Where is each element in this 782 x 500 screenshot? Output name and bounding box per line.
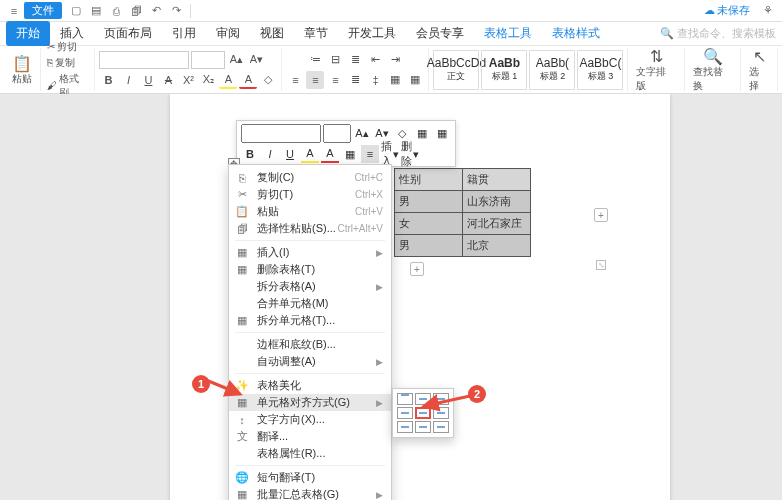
align-right-button[interactable]: ≡ — [326, 71, 344, 89]
text-layout-button[interactable]: ⇅文字排版 — [632, 45, 679, 95]
align-center-button[interactable]: ≡ — [306, 71, 324, 89]
align-top-center[interactable] — [415, 393, 431, 405]
tab-references[interactable]: 引用 — [162, 21, 206, 46]
align-middle-left[interactable] — [397, 407, 413, 419]
mini-font-color[interactable]: A — [321, 145, 339, 163]
subscript-button[interactable]: X₂ — [199, 71, 217, 89]
decrease-font-icon[interactable]: A▾ — [247, 51, 265, 69]
borders-button[interactable]: ▦ — [406, 71, 424, 89]
paste-button[interactable]: 📋粘贴 — [8, 52, 36, 88]
align-top-right[interactable] — [433, 393, 449, 405]
tab-tabletools[interactable]: 表格工具 — [474, 21, 542, 46]
strike-button[interactable]: A — [159, 71, 177, 89]
tab-tablestyle[interactable]: 表格样式 — [542, 21, 610, 46]
tab-section[interactable]: 章节 — [294, 21, 338, 46]
mini-italic[interactable]: I — [261, 145, 279, 163]
style-h1[interactable]: AaBb标题 1 — [481, 50, 527, 90]
tab-view[interactable]: 视图 — [250, 21, 294, 46]
ctx-insert[interactable]: ▦插入(I)▶ — [229, 244, 391, 261]
underline-button[interactable]: U — [139, 71, 157, 89]
ctx-delete-table[interactable]: ▦删除表格(T) — [229, 261, 391, 278]
superscript-button[interactable]: X² — [179, 71, 197, 89]
unsaved-indicator[interactable]: ☁未保存 — [704, 3, 750, 18]
ctx-copy[interactable]: ⎘复制(C)Ctrl+C — [229, 169, 391, 186]
align-justify-button[interactable]: ≣ — [346, 71, 364, 89]
mini-merge-icon[interactable]: ▦ — [433, 125, 451, 143]
style-h3[interactable]: AaBbC(标题 3 — [577, 50, 623, 90]
data-table[interactable]: 性别 籍贯 男山东济南 女河北石家庄 男北京 — [394, 168, 531, 257]
undo-icon[interactable]: ↶ — [149, 4, 163, 18]
ctx-split-table[interactable]: 拆分表格(A)▶ — [229, 278, 391, 295]
search-hint[interactable]: 🔍 查找命令、搜索模板 — [660, 26, 776, 41]
tab-devtools[interactable]: 开发工具 — [338, 21, 406, 46]
table-row[interactable]: 男山东济南 — [395, 191, 531, 213]
select-button[interactable]: ↖选择 — [745, 45, 773, 95]
mini-underline[interactable]: U — [281, 145, 299, 163]
ctx-translate[interactable]: 文翻译... — [229, 428, 391, 445]
table-row[interactable]: 男北京 — [395, 235, 531, 257]
table-resize-handle[interactable]: ⤡ — [596, 260, 606, 270]
ctx-cut[interactable]: ✂剪切(T)Ctrl+X — [229, 186, 391, 203]
ctx-batch-summary[interactable]: ▦批量汇总表格(G)▶ — [229, 486, 391, 500]
mini-delete-btn[interactable]: 删除▾ — [401, 145, 419, 163]
ctx-split-cells[interactable]: ▦拆分单元格(T)... — [229, 312, 391, 329]
ctx-beautify[interactable]: ✨表格美化 — [229, 377, 391, 394]
multilevel-button[interactable]: ≣ — [346, 51, 364, 69]
ctx-text-direction[interactable]: ↕文字方向(X)... — [229, 411, 391, 428]
table-row[interactable]: 女河北石家庄 — [395, 213, 531, 235]
ctx-paste-special[interactable]: 🗐选择性粘贴(S)...Ctrl+Alt+V — [229, 220, 391, 237]
align-bottom-left[interactable] — [397, 421, 413, 433]
numbering-button[interactable]: ⊟ — [326, 51, 344, 69]
print-icon[interactable]: ⎙ — [109, 4, 123, 18]
mini-border[interactable]: ▦ — [341, 145, 359, 163]
style-h2[interactable]: AaBb(标题 2 — [529, 50, 575, 90]
decrease-indent-button[interactable]: ⇤ — [366, 51, 384, 69]
italic-button[interactable]: I — [119, 71, 137, 89]
file-menu-button[interactable]: 文件 — [24, 2, 62, 19]
align-left-button[interactable]: ≡ — [286, 71, 304, 89]
shading-button[interactable]: ▦ — [386, 71, 404, 89]
mini-align[interactable]: ≡ — [361, 145, 379, 163]
ctx-cell-alignment[interactable]: ▦单元格对齐方式(G)▶ — [229, 394, 391, 411]
redo-icon[interactable]: ↷ — [169, 4, 183, 18]
font-size-input[interactable] — [191, 51, 225, 69]
mini-insert-table-icon[interactable]: ▦ — [413, 125, 431, 143]
align-middle-center[interactable] — [415, 407, 431, 419]
tab-home[interactable]: 开始 — [6, 21, 50, 46]
ctx-border-shading[interactable]: 边框和底纹(B)... — [229, 336, 391, 353]
increase-font-icon[interactable]: A▴ — [227, 51, 245, 69]
menu-icon[interactable]: ≡ — [7, 4, 21, 18]
collab-icon[interactable]: ⚘ — [761, 4, 775, 18]
add-column-button[interactable]: + — [594, 208, 608, 222]
add-row-button[interactable]: + — [410, 262, 424, 276]
new-icon[interactable]: ▢ — [69, 4, 83, 18]
header-cell[interactable]: 籍贯 — [463, 169, 531, 191]
ctx-autofit[interactable]: 自动调整(A)▶ — [229, 353, 391, 370]
preview-icon[interactable]: 🗐 — [129, 4, 143, 18]
bold-button[interactable]: B — [99, 71, 117, 89]
mini-grow-font-icon[interactable]: A▴ — [353, 125, 371, 143]
save-icon[interactable]: ▤ — [89, 4, 103, 18]
mini-highlight[interactable]: A — [301, 145, 319, 163]
clear-format-button[interactable]: ◇ — [259, 71, 277, 89]
mini-font-name[interactable] — [241, 124, 321, 143]
find-replace-button[interactable]: 🔍查找替换 — [689, 45, 736, 95]
align-bottom-right[interactable] — [433, 421, 449, 433]
ctx-merge-cells[interactable]: 合并单元格(M) — [229, 295, 391, 312]
mini-font-size[interactable] — [323, 124, 351, 143]
style-normal[interactable]: AaBbCcDd正文 — [433, 50, 479, 90]
tab-pagelayout[interactable]: 页面布局 — [94, 21, 162, 46]
align-middle-right[interactable] — [433, 407, 449, 419]
font-color-button[interactable]: A — [239, 71, 257, 89]
highlight-button[interactable]: A — [219, 71, 237, 89]
mini-insert-btn[interactable]: 插入▾ — [381, 145, 399, 163]
align-top-left[interactable] — [397, 393, 413, 405]
font-name-input[interactable] — [99, 51, 189, 69]
table-header-row[interactable]: 性别 籍贯 — [395, 169, 531, 191]
tab-review[interactable]: 审阅 — [206, 21, 250, 46]
increase-indent-button[interactable]: ⇥ — [386, 51, 404, 69]
ctx-table-props[interactable]: 表格属性(R)... — [229, 445, 391, 462]
line-spacing-button[interactable]: ‡ — [366, 71, 384, 89]
tab-member[interactable]: 会员专享 — [406, 21, 474, 46]
ctx-paste[interactable]: 📋粘贴Ctrl+V — [229, 203, 391, 220]
